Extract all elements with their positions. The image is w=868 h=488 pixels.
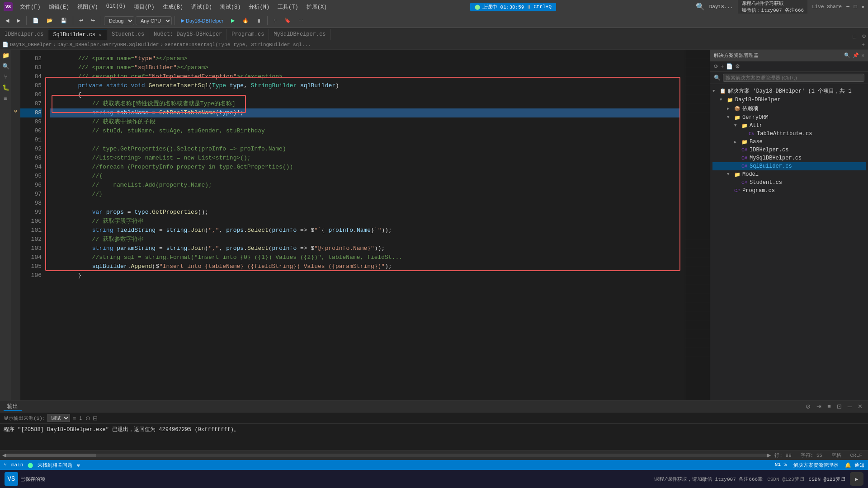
- tableattr-file[interactable]: ▶ C# TableAttribute.cs: [712, 130, 866, 138]
- output-wrap-btn[interactable]: ⇥: [815, 402, 823, 411]
- live-share[interactable]: Live Share: [812, 4, 842, 9]
- output-open-btn[interactable]: ⊡: [835, 402, 844, 411]
- git-btn[interactable]: ⑂: [270, 17, 280, 25]
- tab-sqlbuilder-close[interactable]: ✕: [98, 32, 102, 38]
- explorer-search-input[interactable]: [723, 74, 864, 82]
- search-icon[interactable]: 🔍: [696, 2, 705, 11]
- tab-program[interactable]: Program.cs: [227, 29, 269, 40]
- git-sidebar-icon[interactable]: ⑂: [4, 74, 8, 80]
- code-area[interactable]: /// <param name="type"></param> /// <par…: [45, 50, 685, 400]
- base-folder-node[interactable]: ▶ 📁 Base: [712, 138, 866, 146]
- menu-project[interactable]: 项目(P): [130, 2, 158, 12]
- explorer-icon[interactable]: 📁: [2, 52, 9, 59]
- open-btn[interactable]: 📂: [43, 16, 56, 25]
- idbhelper-file[interactable]: ▶ C# IDBHelper.cs: [712, 146, 866, 154]
- path-method[interactable]: GenerateInsertSql(Type type, StringBuild…: [165, 42, 311, 47]
- mysqldbhelper-file[interactable]: ▶ C# MySqlDBHelper.cs: [712, 154, 866, 162]
- dependencies-node[interactable]: ▶ 📦 依赖项: [712, 104, 866, 113]
- output-close-btn[interactable]: ✕: [856, 402, 864, 411]
- model-folder-node[interactable]: ▼ 📁 Model: [712, 170, 866, 178]
- status-errors[interactable]: 未找到相关问题: [38, 462, 72, 469]
- menu-build[interactable]: 生成(B): [159, 2, 187, 12]
- forward-btn[interactable]: ▶: [14, 16, 24, 25]
- explorer-search-icon[interactable]: 🔍: [844, 52, 850, 58]
- path-project[interactable]: Day18_DBHelper: [10, 42, 52, 47]
- sync-btn[interactable]: ⟳: [714, 63, 718, 70]
- properties-btn[interactable]: ⚙: [735, 63, 740, 70]
- close-btn[interactable]: ✕: [861, 4, 864, 10]
- output-clear-btn[interactable]: ⊘: [804, 402, 812, 411]
- main-window: VS 文件(F) 编辑(E) 视图(V) Git(G) 项目(P) 生成(B) …: [0, 0, 868, 488]
- status-filter-icon[interactable]: ⊙: [77, 462, 80, 468]
- video-btn[interactable]: ▶: [850, 472, 863, 486]
- menu-tools[interactable]: 工具(T): [274, 2, 302, 12]
- status-circle-icon: ⬤: [28, 462, 33, 468]
- output-action-btn2[interactable]: ⇣: [78, 415, 83, 422]
- output-filter-btn[interactable]: ≡: [826, 402, 833, 411]
- bookmark-btn[interactable]: 🔖: [281, 16, 294, 25]
- output-source-select[interactable]: 调试: [47, 414, 70, 422]
- menu-file[interactable]: 文件(F): [16, 2, 44, 12]
- minimize-btn[interactable]: ─: [846, 4, 849, 9]
- tab-settings-btn[interactable]: ⚙: [860, 33, 868, 40]
- output-content: 程序 "[20588] Day18-DBHelper.exe" 已退出，返回值为…: [0, 424, 868, 450]
- scroll-left-btn[interactable]: ◀: [2, 452, 6, 458]
- platform-dropdown[interactable]: Any CPU: [136, 16, 172, 25]
- tab-sqlbuilder[interactable]: SqlBuilder.cs ✕: [48, 29, 107, 40]
- attr-arrow: ▼: [734, 123, 740, 128]
- scroll-right-btn[interactable]: ▶: [767, 452, 771, 458]
- undo-btn[interactable]: ↩: [76, 16, 86, 25]
- menu-test[interactable]: 测试(S): [217, 2, 245, 12]
- hot-reload-btn[interactable]: 🔥: [239, 16, 252, 25]
- output-action-btn1[interactable]: ≡: [72, 415, 76, 422]
- run-btn[interactable]: ▶: [228, 16, 238, 25]
- attr-folder-node[interactable]: ▼ 📁 Attr: [712, 122, 866, 130]
- menu-extensions[interactable]: 扩展(X): [303, 2, 331, 12]
- redo-btn[interactable]: ↪: [88, 16, 98, 25]
- output-tab[interactable]: 输出: [4, 403, 22, 411]
- new-solution-btn[interactable]: +: [721, 63, 724, 70]
- add-tab-btn[interactable]: ＋: [861, 41, 866, 48]
- tab-idbhelper[interactable]: IDBHelper.cs: [0, 29, 48, 40]
- search-sidebar-icon[interactable]: 🔍: [2, 63, 9, 70]
- debug-config-dropdown[interactable]: Debug: [104, 16, 134, 25]
- menu-view[interactable]: 视图(V): [74, 2, 102, 12]
- pause-btn[interactable]: ⏸: [253, 17, 264, 25]
- project-node[interactable]: ▼ 📁 Day18-DBHelper: [712, 96, 866, 104]
- window-title: Day18...: [709, 4, 733, 9]
- explorer-close-icon[interactable]: ✕: [861, 52, 864, 58]
- extensions-icon[interactable]: ⊞: [4, 95, 8, 102]
- program-file[interactable]: ▶ C# Program.cs: [712, 187, 866, 195]
- menu-edit[interactable]: 编辑(E): [45, 2, 73, 12]
- zoom-level[interactable]: 81 %: [775, 462, 787, 469]
- student-file[interactable]: ▶ C# Student.cs: [712, 178, 866, 187]
- horizontal-scrollbar[interactable]: [6, 454, 767, 457]
- save-btn[interactable]: 💾: [57, 16, 70, 25]
- more-btn[interactable]: ⋯: [295, 16, 307, 25]
- tab-student[interactable]: Student.cs: [107, 29, 149, 40]
- menu-git[interactable]: Git(G): [103, 2, 129, 12]
- show-all-files-btn[interactable]: 📄: [726, 63, 733, 70]
- new-file-btn[interactable]: 📄: [29, 16, 42, 25]
- debug-sidebar-icon[interactable]: 🐛: [2, 84, 9, 91]
- maximize-btn[interactable]: □: [854, 4, 857, 9]
- tab-split-btn[interactable]: ⬚: [849, 33, 860, 40]
- output-action-btn4[interactable]: ⊟: [93, 415, 98, 422]
- sqlbuilder-file[interactable]: ▶ C# SqlBuilder.cs: [712, 162, 866, 170]
- start-btn[interactable]: VS: [5, 472, 18, 486]
- menu-analyze[interactable]: 分析(N): [245, 2, 273, 12]
- gerryorm-node[interactable]: ▼ 📁 GerryORM: [712, 113, 866, 122]
- output-action-btn3[interactable]: ⊙: [85, 415, 90, 422]
- back-btn[interactable]: ◀: [2, 16, 12, 25]
- tab-mysql[interactable]: MySqlDBHelper.cs: [269, 29, 330, 40]
- notification-btn[interactable]: 🔔 通知: [845, 462, 864, 469]
- output-minimize-btn[interactable]: ─: [846, 402, 854, 411]
- line-marker-88: ⊙: [14, 106, 17, 115]
- solution-node[interactable]: ▼ 📋 解决方案 'Day18-DBHelper' (1 个项目，共 1: [712, 86, 866, 96]
- explorer-pin-icon[interactable]: 📌: [853, 52, 859, 58]
- scrollbar-thumb[interactable]: [6, 454, 96, 457]
- play-btn[interactable]: ▶ Day18-DBHelper: [178, 16, 226, 25]
- menu-debug[interactable]: 调试(D): [188, 2, 216, 12]
- path-namespace[interactable]: Day18_DBHelper.GerryORM.SqlBuilder: [57, 42, 159, 47]
- tab-nuget[interactable]: NuGet: Day18-DBHelper: [149, 29, 227, 40]
